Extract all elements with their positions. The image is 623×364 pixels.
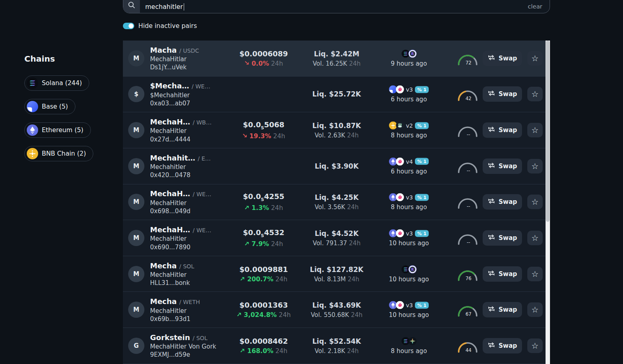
swap-button[interactable]: Swap	[483, 230, 522, 246]
uniswap-icon	[396, 157, 404, 165]
volume-value: Vol. 550.68K 24h	[296, 311, 377, 319]
search-iconbox	[123, 0, 140, 13]
price-block: $0.0006089 0.0%24h	[223, 49, 304, 67]
chain-filter-ethereum[interactable]: Ethereum (5)	[24, 122, 91, 138]
dex-version-label: v3	[406, 194, 413, 201]
favorite-button[interactable]: ☆	[527, 195, 543, 209]
platform-block: R9 hours ago	[368, 49, 449, 67]
platform-block: v3% 18 hours ago	[368, 193, 449, 211]
liquidity-block: Liq. $3.90K	[296, 162, 377, 170]
swap-button[interactable]: Swap	[483, 194, 522, 210]
price-value: $0.0008462	[223, 337, 304, 345]
clear-search-button[interactable]: clear	[528, 3, 550, 13]
star-icon: ☆	[531, 341, 539, 351]
token-full-name: MechaHitler	[150, 199, 229, 207]
platform-icons	[389, 157, 404, 165]
token-address: Ds1jY...uVek	[150, 63, 229, 71]
pair-name-block: MechaH… / WE… MechaHitler 0x690...7890	[150, 225, 229, 251]
swap-button[interactable]: Swap	[483, 122, 522, 138]
platform-icons	[389, 229, 404, 238]
swap-button[interactable]: Swap	[483, 302, 522, 317]
liquidity-value: Liq. $127.82K	[296, 265, 377, 273]
favorite-button[interactable]: ☆	[527, 87, 543, 101]
liquidity-value: Liq. $52.54K	[296, 337, 377, 345]
chain-filter-label: Base (5)	[42, 103, 68, 110]
fee-badge: % 1	[415, 158, 429, 165]
platform-icons: R	[402, 265, 417, 273]
favorite-button[interactable]: ☆	[527, 302, 543, 317]
text-caret	[184, 3, 185, 11]
trend-down-icon	[242, 133, 247, 140]
liquidity-block: Liq. $25.72K	[296, 90, 377, 98]
pair-row[interactable]: GGorkstein / SOL MechaHitler Von Gork 9E…	[123, 328, 546, 364]
dex-version-label: v2	[406, 122, 413, 129]
swap-button[interactable]: Swap	[483, 51, 522, 66]
pair-row[interactable]: MMechaH… / WE… MechaHitler 0x690...7890$…	[123, 220, 546, 256]
pair-avatar: G	[128, 338, 144, 354]
favorite-button[interactable]: ☆	[527, 159, 543, 173]
favorite-button[interactable]: ☆	[527, 338, 543, 353]
hide-inactive-label: Hide inactive pairs	[138, 22, 197, 30]
favorite-button[interactable]: ☆	[527, 231, 543, 245]
platform-block: v3% 110 hours ago	[368, 301, 449, 319]
pairs-list: MMacha / USDC MechaHitlar Ds1jY...uVek$0…	[123, 41, 546, 364]
swap-arrows-icon	[488, 198, 495, 206]
price-block: $0.054255 1.3%24h	[223, 193, 304, 212]
price-value: $0.054255	[223, 193, 304, 203]
svg-text:R: R	[411, 51, 414, 56]
token-full-name: MechaHitlar	[150, 55, 229, 63]
platform-icons	[389, 301, 404, 309]
score-gauge: --	[456, 230, 481, 246]
chain-filter-label: BNB Chain (2)	[42, 150, 86, 157]
pair-row[interactable]: MMechahit… / E… Mechahitler 0x420...0478…	[123, 148, 546, 184]
swap-button[interactable]: Swap	[483, 266, 522, 282]
raydium-icon: R	[408, 49, 417, 58]
favorite-button[interactable]: ☆	[527, 123, 543, 137]
favorite-button[interactable]: ☆	[527, 267, 543, 281]
pair-row[interactable]: MMecha / SOL MechaHitler HLL31...bonk$0.…	[123, 256, 546, 292]
trend-up-icon	[244, 240, 249, 248]
pair-name-block: Mecha / SOL MechaHitler HLL31...bonk	[150, 261, 229, 287]
swap-button[interactable]: Swap	[483, 86, 522, 102]
liquidity-block: Liq. $52.54KVol. 2.18K 24h	[296, 337, 377, 354]
price-value: $0.054532	[223, 228, 304, 238]
pair-symbols: MechaH… / WB…	[150, 117, 229, 127]
swap-button-label: Swap	[498, 306, 517, 313]
price-change-24h: 168.0%24h	[223, 347, 304, 355]
score-gauge: 72	[456, 51, 481, 66]
uniswap-icon	[396, 301, 404, 309]
hide-inactive-toggle[interactable]	[123, 23, 134, 29]
pair-row[interactable]: MMechaH… / WB… MechaHitler 0x27d...4444$…	[123, 112, 546, 148]
chain-filter-bnb[interactable]: BNB Chain (2)	[24, 146, 93, 161]
price-block: $0.0008462 168.0%24h	[223, 337, 304, 355]
platform-icons	[389, 86, 404, 94]
pair-row[interactable]: MMecha / WETH MechaHitler 0x69b...93d1$0…	[123, 292, 546, 328]
volume-value: Vol. 791.37 24h	[296, 240, 377, 247]
chain-filter-solana[interactable]: Solana (244)	[24, 75, 89, 91]
pair-symbols: Mecha / WETH	[150, 297, 229, 306]
star-icon: ☆	[531, 161, 539, 171]
score-gauge: 42	[456, 86, 481, 102]
score-value: --	[456, 240, 481, 245]
swap-button[interactable]: Swap	[483, 338, 522, 353]
pair-name-block: Mecha / WETH MechaHitler 0x69b...93d1	[150, 297, 229, 323]
pair-row[interactable]: $$Mecha… / WE… $Mechahitler 0xa03...ab07…	[123, 77, 546, 113]
meteora-icon	[408, 337, 417, 345]
swap-button[interactable]: Swap	[483, 158, 522, 174]
pair-row[interactable]: MMacha / USDC MechaHitlar Ds1jY...uVek$0…	[123, 41, 546, 77]
hide-inactive-row: Hide inactive pairs	[123, 22, 197, 30]
favorite-button[interactable]: ☆	[527, 51, 543, 66]
platform-icons: R	[402, 49, 417, 58]
pair-row[interactable]: MMechaH… / WE… MechaHitler 0x698...049d$…	[123, 184, 546, 221]
swap-arrows-icon	[488, 234, 495, 242]
volume-value: Vol. 16.25K 24h	[296, 60, 377, 67]
pair-age: 10 hours ago	[389, 275, 429, 283]
score-gauge: --	[456, 194, 481, 210]
pair-symbols: MechaH… / WE…	[150, 225, 229, 235]
platform-icons	[389, 193, 404, 201]
scrollbar-thumb[interactable]	[546, 41, 550, 222]
list-scrollbar[interactable]	[546, 41, 550, 364]
chain-filter-base[interactable]: Base (5)	[24, 99, 75, 114]
search-input[interactable]: mechahitler	[140, 3, 528, 13]
solana-icon	[27, 77, 38, 89]
